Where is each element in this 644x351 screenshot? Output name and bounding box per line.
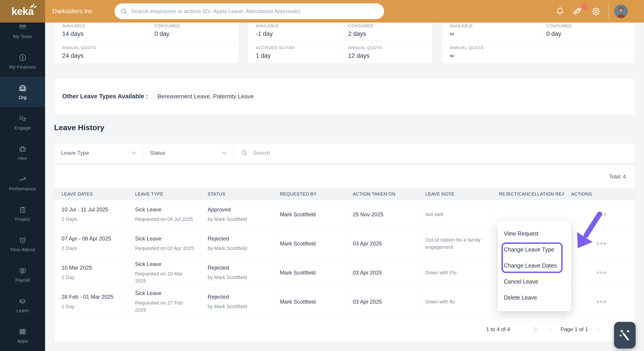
- sidebar-item-time-attend[interactable]: Time Attend: [0, 229, 45, 259]
- menu-item-view-request[interactable]: View Request: [498, 226, 571, 242]
- pagination-page: Page 1 of 1: [560, 326, 588, 332]
- leave-note: Down with flu: [425, 298, 486, 305]
- status: Approved: [208, 206, 267, 213]
- row-actions-more-dots-icon[interactable]: [597, 213, 606, 216]
- bell-icon[interactable]: [555, 6, 565, 16]
- sidebar-item-project[interactable]: Project: [0, 198, 45, 229]
- menu-item-cancel-leave[interactable]: Cancel Leave: [498, 274, 571, 290]
- chevron-down-icon: [132, 152, 136, 155]
- requested-by: Mark Scottfield: [280, 299, 340, 305]
- sidebar-item-payroll[interactable]: $ Payroll: [0, 259, 45, 290]
- leave-summary-card-3: AVAILABLE ∞ CONSUMED 0 day ANNUAL QUOTA …: [442, 23, 635, 64]
- payroll-icon: $: [18, 267, 27, 275]
- apps-icon: [18, 327, 27, 336]
- action-taken-on: 03 Apr 2025: [353, 240, 412, 247]
- row-actions-more-dots-icon[interactable]: [597, 272, 606, 274]
- hire-icon: [18, 145, 27, 153]
- pagination-range: 1 to 4 of 4: [486, 326, 510, 332]
- stat-label: ACCRUED SO FAR: [256, 46, 340, 50]
- chevron-down-icon: [222, 152, 226, 155]
- sidebar-item-org[interactable]: Org: [0, 77, 45, 107]
- status: Rejected: [208, 294, 267, 300]
- sidebar-item-learn[interactable]: Learn: [0, 290, 45, 320]
- stat-label: CONSUMED: [348, 24, 432, 29]
- leave-note: Down with Flu: [425, 269, 486, 276]
- sidebar-nav: My Team $ My Finances Org: [0, 23, 45, 351]
- leave-type: Sick Leave: [135, 290, 195, 296]
- keka-app-screen: keka Darksiders Inc: [0, 0, 644, 351]
- logo-spark-icon: [29, 2, 38, 11]
- row-actions-more-dots-icon[interactable]: [597, 242, 606, 245]
- menu-item-delete-leave[interactable]: Delete Leave: [498, 290, 571, 306]
- menu-item-change-leave-dates[interactable]: Change Leave Dates: [498, 258, 571, 274]
- magic-wand-button[interactable]: [614, 322, 636, 348]
- stat-value: 12 days: [348, 52, 432, 59]
- leave-dates: 10 Jul - 11 Jul 2025: [62, 206, 122, 213]
- leave-duration: 1 Day: [62, 274, 122, 281]
- prev-page-icon[interactable]: ‹: [550, 326, 552, 333]
- sidebar-item-hire[interactable]: Hire: [0, 138, 45, 168]
- sidebar-item-apps[interactable]: Apps: [0, 320, 45, 351]
- sidebar-item-performance[interactable]: Performance: [0, 168, 45, 198]
- sidebar-item-label: My Team: [13, 34, 32, 39]
- sidebar-item-my-team[interactable]: My Team: [0, 23, 45, 46]
- column-header: LEAVE NOTE: [418, 188, 492, 200]
- stat-label: ANNUAL QUOTA: [62, 46, 239, 50]
- column-header: ACTION TAKEN ON: [345, 188, 418, 200]
- global-search[interactable]: [114, 4, 384, 19]
- engage-icon: [18, 114, 27, 123]
- sidebar-item-label: Time Attend: [10, 247, 35, 252]
- learn-icon: [18, 297, 27, 305]
- time-attend-icon: [18, 236, 27, 244]
- keka-logo[interactable]: keka: [0, 0, 45, 23]
- leave-type-filter[interactable]: Leave Type: [54, 143, 143, 163]
- menu-item-change-leave-type[interactable]: Change Leave Type: [498, 242, 571, 258]
- stat-value: 0 day: [546, 31, 635, 38]
- requested-by: Mark Scottfield: [280, 269, 340, 276]
- project-icon: [18, 206, 27, 214]
- column-header: ACTIONS: [564, 188, 635, 200]
- leave-duration: 1 Day: [62, 303, 122, 310]
- other-leave-types-label: Other Leave Types Available :: [62, 93, 148, 100]
- stat-value: ∞: [450, 52, 635, 59]
- sidebar-item-label: Payroll: [15, 277, 30, 283]
- status-by: by Mark Scottfield: [208, 303, 267, 310]
- table-search[interactable]: [234, 143, 635, 163]
- column-header: REJECT/CANCELLATION REAS: [492, 188, 564, 200]
- sidebar-item-my-finances[interactable]: $ My Finances: [0, 46, 45, 77]
- leave-summary-card-1: AVAILABLE 14 days CONSUMED 0 day ANNUAL …: [54, 23, 239, 64]
- column-header: REQUESTED BY: [272, 188, 345, 200]
- sidebar-item-label: Performance: [9, 186, 36, 192]
- global-search-input[interactable]: [131, 8, 378, 15]
- status-filter-label: Status: [150, 150, 165, 156]
- team-icon: [18, 23, 27, 31]
- company-name: Darksiders Inc: [52, 0, 93, 23]
- requested-on: Requested on 10 Mar 2025: [135, 270, 195, 285]
- sidebar-item-engage[interactable]: Engage: [0, 107, 45, 138]
- magic-wand-icon: [618, 328, 632, 342]
- status-by: by Mark Scottfield: [208, 216, 267, 223]
- user-avatar[interactable]: [614, 5, 628, 18]
- gear-icon[interactable]: [591, 7, 601, 17]
- table-header-row: LEAVE DATES LEAVE TYPE STATUS REQUESTED …: [54, 188, 635, 200]
- stat-label: AVAILABLE: [256, 24, 340, 29]
- sidebar-item-label: Engage: [14, 125, 31, 131]
- table-search-input[interactable]: [253, 150, 635, 156]
- leave-dates: 10 Mar 2025: [62, 265, 122, 271]
- stat-value: 14 days: [62, 31, 146, 38]
- leave-type: Sick Leave: [135, 235, 195, 242]
- stat-label: ANNUAL QUOTA: [450, 46, 635, 50]
- column-header: LEAVE TYPE: [128, 188, 200, 200]
- other-leave-types-card: Other Leave Types Available : Bereavemen…: [54, 78, 635, 115]
- action-taken-on: 03 Apr 2025: [353, 299, 412, 305]
- sidebar-item-label: Hire: [18, 156, 27, 161]
- leave-duration: 2 Days: [62, 216, 122, 223]
- status-by: by Mark Scottfield: [208, 274, 267, 281]
- status-filter[interactable]: Status: [143, 143, 234, 163]
- next-page-icon[interactable]: ›: [597, 326, 599, 333]
- action-taken-on: 03 Apr 2025: [353, 269, 412, 276]
- row-actions-more-dots-icon[interactable]: [597, 301, 606, 303]
- sidebar-item-label: Learn: [16, 308, 29, 313]
- pagination-bar: 1 to 4 of 4 |‹ ‹ Page 1 of 1 ›: [54, 316, 635, 342]
- first-page-icon[interactable]: |‹: [534, 326, 538, 333]
